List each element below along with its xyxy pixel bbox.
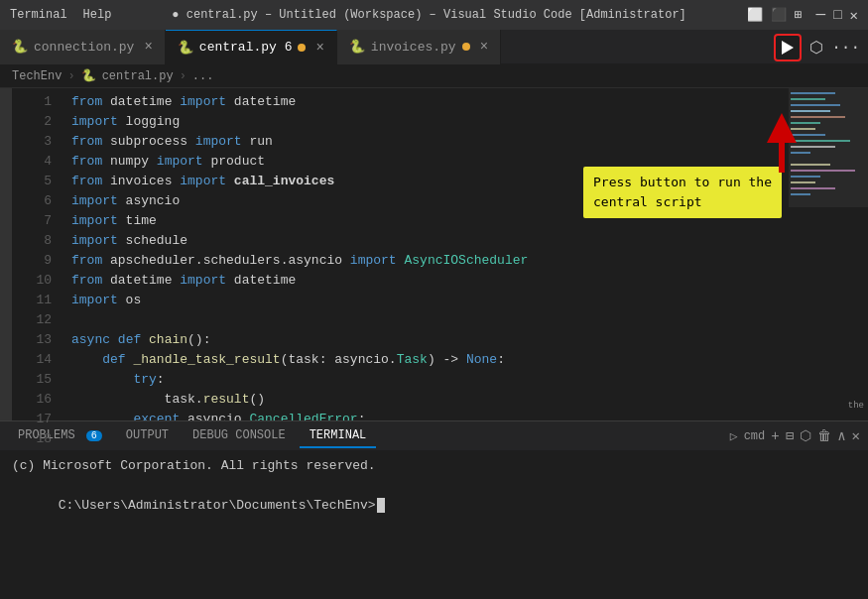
tab-close-invoices[interactable]: × — [480, 39, 488, 55]
code-line-8: import schedule — [71, 231, 789, 251]
terminal-cursor — [377, 498, 385, 513]
code-line-9: from apscheduler.schedulers.asyncio impo… — [71, 251, 789, 271]
terminal-prompt: C:\Users\Administrator\Documents\TechEnv… — [59, 498, 376, 513]
more-actions-icon[interactable]: ··· — [831, 39, 860, 57]
code-line-12 — [71, 310, 789, 330]
terminal-close-icon[interactable]: ✕ — [852, 427, 860, 444]
activity-bar — [0, 88, 12, 420]
layout-icon-1[interactable]: ⬜ — [747, 7, 763, 23]
layout-icon-2[interactable]: ⬛ — [771, 7, 787, 23]
terminal-line-1: (c) Microsoft Corporation. All rights re… — [12, 456, 856, 476]
breadcrumb-sep-2: › — [180, 69, 186, 83]
tab-dot-central — [298, 44, 306, 52]
window-controls: ⬜ ⬛ ⊞ — □ ✕ — [747, 6, 858, 24]
terminal-layout-icon[interactable]: ⬡ — [800, 427, 811, 444]
terminal-chevron-up[interactable]: ∧ — [837, 427, 845, 444]
terminal-trash-icon[interactable]: 🗑 — [817, 428, 831, 444]
tab-bar: 🐍 connection.py × 🐍 central.py 6 × 🐍 inv… — [0, 30, 868, 64]
problems-badge: 6 — [86, 430, 102, 441]
tab-label-connection: connection.py — [34, 40, 134, 55]
terminal-add-icon[interactable]: + — [771, 428, 779, 444]
breadcrumb-central-py[interactable]: central.py — [102, 69, 174, 83]
run-button-arrow — [757, 113, 806, 178]
breadcrumb: TechEnv › 🐍 central.py › ... — [0, 64, 868, 88]
terminal-cmd-label: cmd — [744, 429, 766, 443]
tab-connection-py[interactable]: 🐍 connection.py × — [0, 30, 166, 64]
code-line-14: def _handle_task_result(task: asyncio.Ta… — [71, 350, 789, 370]
code-editor[interactable]: from datetime import datetimeimport logg… — [60, 88, 789, 420]
terminal-split-icon[interactable]: ⊟ — [786, 427, 794, 444]
breadcrumb-ellipsis[interactable]: ... — [192, 69, 214, 83]
title-bar-left: Terminal Help — [10, 8, 111, 22]
tab-terminal[interactable]: TERMINAL — [300, 424, 377, 448]
title-bar: Terminal Help ● central.py – Untitled (W… — [0, 0, 868, 30]
tab-bar-actions: ⬡ ··· — [774, 30, 860, 64]
window-title: ● central.py – Untitled (Workspace) – Vi… — [111, 8, 746, 22]
tab-debug-console[interactable]: DEBUG CONSOLE — [183, 424, 296, 448]
run-button[interactable] — [774, 34, 802, 61]
minimize-button[interactable]: — — [816, 6, 826, 24]
tab-icon-connection: 🐍 — [12, 39, 28, 55]
code-line-13: async def chain(): — [71, 330, 789, 350]
tab-close-connection[interactable]: × — [144, 39, 152, 55]
tab-dot-invoices — [462, 43, 470, 51]
title-bar-menu: Terminal Help — [10, 8, 111, 22]
menu-terminal[interactable]: Terminal — [10, 8, 67, 22]
maximize-button[interactable]: □ — [833, 7, 841, 23]
minimap-text: the — [848, 401, 864, 411]
code-line-15: try: — [71, 370, 789, 390]
tab-terminal-label: TERMINAL — [310, 428, 367, 442]
code-line-11: import os — [71, 291, 789, 310]
breadcrumb-py-icon: 🐍 — [81, 68, 96, 83]
tab-label-invoices: invoices.py — [371, 40, 456, 55]
menu-help[interactable]: Help — [83, 8, 112, 22]
svg-marker-18 — [767, 113, 797, 173]
code-line-16: task.result() — [71, 390, 789, 410]
play-icon — [782, 41, 794, 55]
layout-icon-3[interactable]: ⊞ — [795, 7, 803, 23]
close-button[interactable]: ✕ — [850, 7, 858, 24]
tab-icon-invoices: 🐍 — [349, 39, 365, 55]
terminal-line-2: C:\Users\Administrator\Documents\TechEnv… — [12, 476, 856, 536]
tab-invoices-py[interactable]: 🐍 invoices.py × — [337, 30, 501, 64]
code-line-1: from datetime import datetime — [71, 92, 789, 112]
split-editor-icon[interactable]: ⬡ — [809, 38, 823, 58]
tab-close-central[interactable]: × — [315, 40, 323, 56]
editor-area: 123456789101112131415161718 from datetim… — [0, 88, 868, 420]
code-line-2: import logging — [71, 112, 789, 132]
panel-tabs: PROBLEMS 6 OUTPUT DEBUG CONSOLE TERMINAL… — [0, 420, 868, 450]
tab-central-py[interactable]: 🐍 central.py 6 × — [166, 30, 337, 64]
breadcrumb-sep-1: › — [67, 69, 74, 83]
tab-debug-label: DEBUG CONSOLE — [192, 428, 286, 442]
panel-tab-actions: ▷ cmd + ⊟ ⬡ 🗑 ∧ ✕ — [730, 427, 860, 444]
tab-output-label: OUTPUT — [126, 428, 169, 442]
terminal-area[interactable]: (c) Microsoft Corporation. All rights re… — [0, 450, 868, 559]
annotation-tooltip: Press button to run the central script — [583, 167, 782, 218]
code-line-17: except asyncio.CancelledError: — [71, 410, 789, 420]
tab-label-central: central.py 6 — [199, 40, 293, 55]
code-line-3: from subprocess import run — [71, 132, 789, 152]
terminal-shell-icon: ▷ — [730, 428, 738, 444]
tab-icon-central: 🐍 — [178, 40, 193, 56]
code-line-10: from datetime import datetime — [71, 271, 789, 291]
tab-output[interactable]: OUTPUT — [116, 424, 179, 448]
line-numbers: 123456789101112131415161718 — [12, 88, 60, 420]
breadcrumb-techenv[interactable]: TechEnv — [12, 69, 62, 83]
